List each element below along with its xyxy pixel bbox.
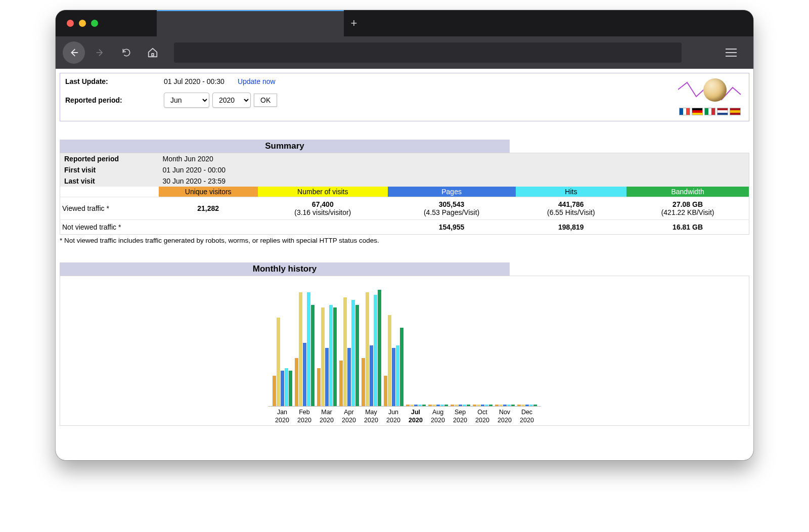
chart-bar-pg (370, 345, 373, 406)
chart-month-group (383, 315, 403, 406)
logo-cluster (679, 77, 741, 115)
chart-month-group (472, 405, 492, 406)
chart-bar-uv (517, 405, 521, 406)
viewed-hits: 441,786 (558, 200, 584, 208)
chart-bar-bw (422, 405, 426, 406)
chart-bar-uv (428, 405, 432, 406)
browser-tab-active[interactable] (157, 10, 344, 36)
chart-bar-ht (285, 368, 288, 406)
address-bar[interactable] (174, 42, 682, 63)
chart-bar-pg (281, 371, 284, 406)
chart-bar-nv (432, 405, 436, 406)
back-button[interactable] (63, 41, 85, 64)
month-select[interactable]: JanFebMarAprMayJunJulAugSepOctNovDec (164, 93, 209, 108)
chart-bar-bw (533, 405, 537, 406)
chart-bar-uv (273, 376, 276, 406)
chart-month-group (361, 290, 381, 406)
last-update-label: Last Update: (65, 77, 164, 85)
chart-bar-nv (366, 292, 369, 406)
chart-bar-bw (289, 371, 292, 406)
new-tab-button[interactable]: + (344, 10, 364, 36)
chart-bar-uv (317, 368, 321, 406)
chart-xlabel: Mar2020 (317, 409, 337, 424)
maximize-window-button[interactable] (91, 20, 98, 27)
chart-bar-bw (489, 405, 492, 406)
chart-bar-pg (325, 348, 329, 406)
chart-bar-bw (333, 307, 337, 406)
chart-bar-bw (311, 305, 314, 406)
summary-column-headers: Unique visitors Number of visits Pages H… (60, 187, 749, 197)
flag-france[interactable] (679, 108, 690, 115)
viewed-bw: 27.08 GB (672, 200, 703, 208)
window-titlebar: + (56, 10, 753, 36)
summary-info-row: Reported period Month Jun 2020 (60, 153, 749, 165)
reported-period-info-value: Month Jun 2020 (159, 153, 749, 165)
chart-bar-nv (499, 405, 503, 406)
monthly-history-chart-wrap: Jan2020Feb2020Mar2020Apr2020May2020Jun20… (60, 276, 749, 426)
chart-month-group (339, 297, 359, 406)
chart-bar-nv (277, 318, 280, 406)
chart-bar-ht (374, 295, 377, 406)
chart-xlabel: Aug2020 (428, 409, 448, 424)
chart-xlabel: Feb2020 (294, 409, 314, 424)
chart-bar-uv (473, 405, 476, 406)
reload-button[interactable] (115, 41, 138, 64)
chart-bar-nv (521, 405, 525, 406)
viewed-hits-sub: (6.55 Hits/Visit) (547, 208, 595, 216)
minimize-window-button[interactable] (79, 20, 86, 27)
forward-button[interactable] (89, 41, 111, 64)
chart-bar-ht (440, 405, 444, 406)
flag-germany[interactable] (692, 108, 703, 115)
summary-table: Reported period Month Jun 2020 First vis… (60, 153, 749, 235)
chart-month-group (272, 318, 292, 406)
browser-toolbar (56, 36, 753, 69)
chart-xlabel: Jan2020 (272, 409, 292, 424)
flag-netherlands[interactable] (717, 108, 728, 115)
chart-bar-pg (436, 405, 440, 406)
chart-bar-uv (451, 405, 454, 406)
chart-bar-bw (378, 290, 381, 406)
first-visit-value: 01 Jun 2020 - 00:00 (159, 164, 749, 175)
svg-rect-0 (152, 54, 154, 56)
chart-month-group (495, 405, 515, 406)
chart-month-group (517, 405, 537, 406)
viewed-traffic-label: Viewed traffic * (60, 197, 159, 220)
chart-bar-nv (321, 307, 325, 406)
flag-spain[interactable] (730, 108, 741, 115)
chart-xlabel: May2020 (361, 409, 381, 424)
language-flags (679, 108, 741, 115)
chart-xlabel: Oct2020 (472, 409, 492, 424)
chart-bar-nv (477, 405, 480, 406)
viewed-visits: 67,400 (312, 200, 334, 208)
chart-bar-bw (400, 328, 403, 406)
ok-button[interactable]: OK (254, 94, 277, 107)
chart-xlabel: Dec2020 (517, 409, 537, 424)
reload-icon (121, 48, 131, 58)
viewed-visits-sub: (3.16 visits/visitor) (294, 208, 351, 216)
chart-month-group (428, 405, 448, 406)
summary-header: Summary (60, 140, 510, 153)
flag-italy[interactable] (704, 108, 715, 115)
reported-period-info-label: Reported period (60, 153, 159, 165)
chart-bar-bw (511, 405, 515, 406)
last-visit-label: Last visit (60, 175, 159, 187)
page-content: Last Update: 01 Jul 2020 - 00:30 Update … (56, 69, 753, 460)
window-controls (56, 20, 157, 27)
viewed-uv: 21,282 (197, 204, 219, 212)
chart-xlabel: Jun2020 (383, 409, 403, 424)
chart-bar-pg (392, 348, 395, 406)
chart-bar-nv (388, 315, 391, 406)
menu-button[interactable] (721, 49, 741, 57)
close-window-button[interactable] (67, 20, 74, 27)
update-now-link[interactable]: Update now (238, 77, 276, 85)
chart-xlabel: Nov2020 (495, 409, 515, 424)
chart-bar-uv (384, 376, 387, 406)
home-button[interactable] (142, 41, 164, 64)
monthly-history-chart (268, 280, 541, 407)
last-visit-value: 30 Jun 2020 - 23:59 (159, 175, 749, 187)
year-select[interactable]: 201820192020 (212, 93, 251, 108)
chart-bar-pg (525, 405, 529, 406)
chart-bar-nv (343, 297, 347, 406)
chart-bar-pg (503, 405, 507, 406)
chart-month-group (450, 405, 470, 406)
